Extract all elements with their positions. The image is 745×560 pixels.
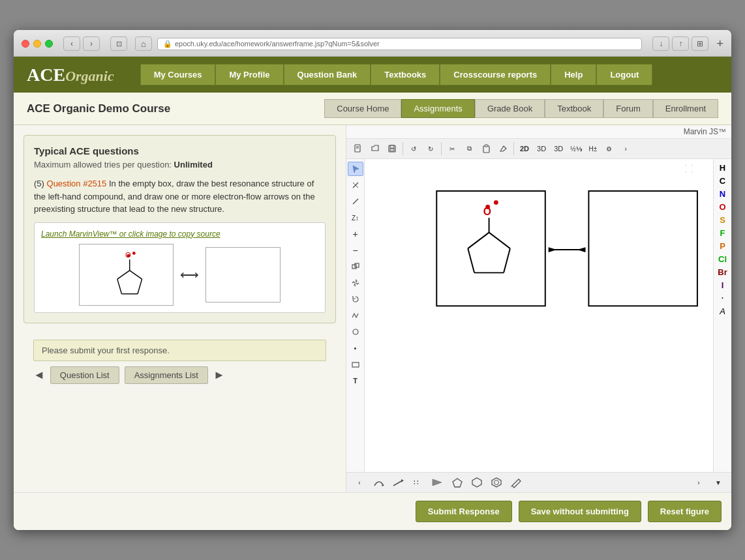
nav-my-courses[interactable]: My Courses [140,64,216,85]
marvin-minus-tool[interactable]: − [348,243,363,258]
address-bar[interactable]: 🔒 epoch.uky.edu/ace/homework/answerframe… [157,38,642,50]
marvin-scroll-right-btn[interactable]: › [690,475,708,490]
marvin-scroll-left-btn[interactable]: ‹ [350,475,369,490]
marvin-frac-btn[interactable]: ½⅓ [568,141,585,156]
marvin-ring-aro-btn[interactable] [487,475,506,490]
marvin-group-tool[interactable] [348,259,363,274]
marvin-3d-btn[interactable]: 3D [534,141,549,156]
marvin-erase-tool[interactable] [348,178,363,192]
marvin-arrow-curve-btn[interactable] [370,475,388,490]
marvin-pen-btn[interactable] [507,475,525,490]
minimize-dot[interactable] [33,40,41,48]
nav-textbooks[interactable]: Textbooks [371,64,440,85]
marvin-top-toolbar: ↺ ↻ ✂ ⧉ 2D 3D 3D ½⅓ H± [346,139,731,159]
element-o-btn[interactable]: O [715,201,731,213]
marvin-text-tool[interactable]: T [348,374,363,388]
new-tab-icon[interactable]: ⊞ [692,37,708,51]
marvin-more-btn[interactable]: › [618,141,633,156]
marvin-save-btn[interactable] [384,141,400,156]
element-i-btn[interactable]: I [715,279,731,291]
element-p-btn[interactable]: P [715,240,731,252]
element-c-btn[interactable]: C [715,175,731,186]
marvin-ring-tool[interactable] [348,325,363,339]
svg-rect-14 [390,149,394,151]
svg-line-43 [393,480,403,486]
close-dot[interactable] [22,40,29,48]
marvin-copy-btn[interactable]: ⧉ [461,141,477,156]
save-without-submitting-button[interactable]: Save without submitting [519,501,641,522]
reset-figure-button[interactable]: Reset figure [648,501,722,522]
element-dot-btn[interactable]: · [715,292,731,304]
element-cl-btn[interactable]: Cl [715,253,731,265]
home-button[interactable]: ⌂ [135,37,152,51]
maximize-dot[interactable] [45,40,53,48]
tab-assignments[interactable]: Assignments [401,99,474,118]
svg-line-51 [511,486,512,487]
tab-course-home[interactable]: Course Home [324,99,401,118]
forward-button[interactable]: › [83,37,100,51]
element-s-btn[interactable]: S [715,214,731,226]
launch-marvinview-link[interactable]: Launch MarvinView™ or click image to cop… [41,229,318,239]
cyclopentanone-svg: O [87,247,166,302]
marvin-hcount-btn[interactable]: H± [586,141,600,156]
tab-textbook[interactable]: Textbook [545,99,603,118]
download-button[interactable]: ↓ [652,37,669,51]
element-n-btn[interactable]: N [715,188,731,199]
prev-question-button[interactable]: ◄ [33,368,45,382]
element-f-btn[interactable]: F [715,227,731,239]
marvin-rect-tool[interactable] [348,357,363,372]
marvin-main-canvas[interactable]: O [365,159,713,472]
marvin-expand-btn[interactable]: ▼ [709,475,727,490]
svg-line-8 [117,270,129,278]
share-button[interactable]: ↑ [672,37,689,51]
marvin-ring6-btn[interactable] [468,475,486,490]
marvin-cut-btn[interactable]: ✂ [444,141,460,156]
marvin-new-btn[interactable] [350,141,366,156]
marvin-wedge-btn[interactable] [429,475,447,490]
toolbar-sep-2 [441,142,442,155]
svg-text:O: O [483,206,491,217]
add-tab-button[interactable]: + [716,37,723,51]
next-question-button[interactable]: ► [213,368,225,382]
element-a-btn[interactable]: A [715,305,731,317]
marvin-2d-btn[interactable]: 2D [517,141,532,156]
tab-grade-book[interactable]: Grade Book [475,99,545,118]
marvin-zoom-tool[interactable]: Z↕ [348,211,363,225]
marvin-dot-tool[interactable]: • [348,341,363,355]
question-list-button[interactable]: Question List [50,366,119,384]
marvin-chain-tool[interactable] [348,308,363,323]
tab-enrollment[interactable]: Enrollment [653,99,718,118]
marvin-3d-alt-btn[interactable]: 3D [551,141,566,156]
marvin-settings-btn[interactable]: ⚙ [601,141,616,156]
submit-response-button[interactable]: Submit Response [416,501,512,522]
svg-marker-48 [472,478,481,487]
nav-question-bank[interactable]: Question Bank [284,64,371,85]
svg-marker-44 [401,479,404,482]
marvin-paste-btn[interactable] [478,141,494,156]
nav-help[interactable]: Help [551,64,596,85]
question-link-text[interactable]: Question #2515 [47,179,107,188]
browser-tab-button[interactable]: ⊡ [110,37,127,51]
tab-forum[interactable]: Forum [603,99,653,118]
marvin-ring5-btn[interactable] [448,475,466,490]
marvin-arrow-straight-btn[interactable] [389,475,408,490]
marvin-erase-btn[interactable] [495,141,511,156]
marvin-redo-btn[interactable]: ↻ [423,141,438,156]
marvin-rotate-tool[interactable] [348,292,363,306]
assignments-list-button[interactable]: Assignments List [125,366,208,384]
marvin-lone-pair-btn[interactable]: ∷ [409,475,427,490]
back-button[interactable]: ‹ [63,37,80,51]
svg-marker-49 [492,478,501,487]
nav-logout[interactable]: Logout [596,64,652,85]
element-h-btn[interactable]: H [715,162,731,173]
marvin-open-btn[interactable] [367,141,383,156]
marvin-transform-tool[interactable] [348,276,363,290]
nav-my-profile[interactable]: My Profile [215,64,283,85]
top-navigation: ACEOrganic My Courses My Profile Questio… [14,57,731,93]
nav-crosscourse[interactable]: Crosscourse reports [440,64,551,85]
marvin-bond-tool[interactable] [348,194,363,209]
marvin-select-tool[interactable] [348,162,363,176]
marvin-undo-btn[interactable]: ↺ [406,141,421,156]
element-br-btn[interactable]: Br [715,266,731,278]
marvin-plus-tool[interactable]: + [348,227,363,241]
